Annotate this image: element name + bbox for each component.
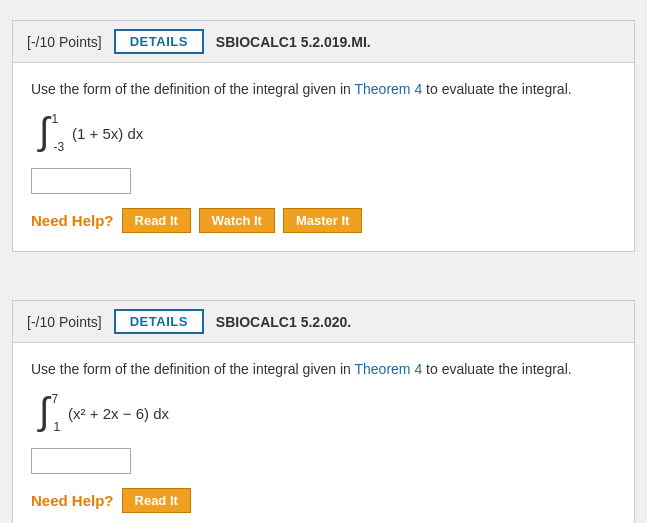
problem-code-1: SBIOCALC1 5.2.019.MI. <box>216 34 371 50</box>
integral-display-2: ∫ 7 1 (x² + 2x − 6) dx <box>39 392 616 434</box>
problem-2-body: Use the form of the definition of the in… <box>13 343 634 523</box>
need-help-label-2: Need Help? <box>31 492 114 509</box>
read-it-btn-2[interactable]: Read It <box>122 488 191 513</box>
answer-input-1[interactable] <box>31 168 131 194</box>
problem-1: [-/10 Points] DETAILS SBIOCALC1 5.2.019.… <box>12 20 635 252</box>
integral-symbol-1: ∫ <box>39 112 49 150</box>
integral-upper-1: 1 <box>51 112 58 126</box>
problem-2: [-/10 Points] DETAILS SBIOCALC1 5.2.020.… <box>12 300 635 523</box>
integral-limits-1: 1 -3 <box>53 112 64 154</box>
integral-upper-2: 7 <box>51 392 58 406</box>
problem-1-body: Use the form of the definition of the in… <box>13 63 634 251</box>
integral-expr-2: (x² + 2x − 6) dx <box>68 405 169 422</box>
theorem-link-1[interactable]: Theorem 4 <box>355 81 423 97</box>
theorem-link-2[interactable]: Theorem 4 <box>355 361 423 377</box>
integral-lower-1: -3 <box>53 140 64 154</box>
watch-it-btn-1[interactable]: Watch It <box>199 208 275 233</box>
need-help-row-2: Need Help? Read It <box>31 488 616 513</box>
details-button-1[interactable]: DETAILS <box>114 29 204 54</box>
problem-2-header: [-/10 Points] DETAILS SBIOCALC1 5.2.020. <box>13 301 634 343</box>
answer-input-2[interactable] <box>31 448 131 474</box>
points-label-2: [-/10 Points] <box>27 314 102 330</box>
details-button-2[interactable]: DETAILS <box>114 309 204 334</box>
problem-2-instructions: Use the form of the definition of the in… <box>31 359 616 380</box>
problem-1-header: [-/10 Points] DETAILS SBIOCALC1 5.2.019.… <box>13 21 634 63</box>
read-it-btn-1[interactable]: Read It <box>122 208 191 233</box>
integral-expr-1: (1 + 5x) dx <box>72 125 143 142</box>
integral-symbol-2: ∫ <box>39 392 49 430</box>
integral-lower-2: 1 <box>53 420 60 434</box>
points-label-1: [-/10 Points] <box>27 34 102 50</box>
problem-code-2: SBIOCALC1 5.2.020. <box>216 314 351 330</box>
integral-display-1: ∫ 1 -3 (1 + 5x) dx <box>39 112 616 154</box>
problem-1-instructions: Use the form of the definition of the in… <box>31 79 616 100</box>
need-help-row-1: Need Help? Read It Watch It Master It <box>31 208 616 233</box>
integral-limits-2: 7 1 <box>53 392 60 434</box>
master-it-btn-1[interactable]: Master It <box>283 208 362 233</box>
need-help-label-1: Need Help? <box>31 212 114 229</box>
